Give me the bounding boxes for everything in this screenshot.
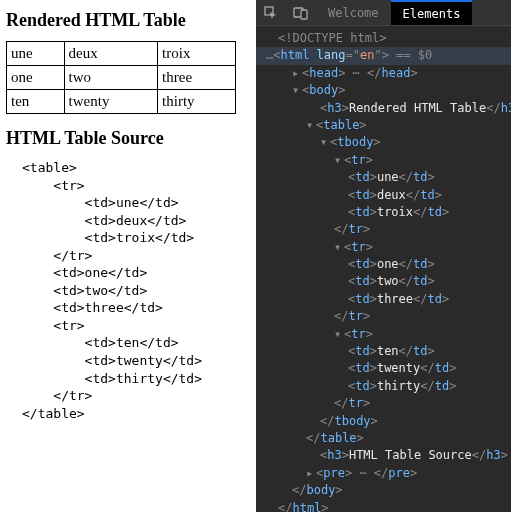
table-cell: ten: [7, 90, 65, 114]
td-node[interactable]: <td>one</td>: [256, 256, 511, 273]
html-node[interactable]: …<html lang="en"> == $0: [256, 47, 511, 64]
tr-node[interactable]: ▾<tr>: [256, 152, 511, 169]
devtools-pane: Welcome Elements <!DOCTYPE html> …<html …: [256, 0, 511, 512]
rendered-table: une deux troix one two three ten twenty …: [6, 41, 236, 114]
tbody-node[interactable]: ▾<tbody>: [256, 134, 511, 151]
tbody-close[interactable]: </tbody>: [256, 413, 511, 430]
td-node[interactable]: <td>three</td>: [256, 291, 511, 308]
body-node[interactable]: ▾<body>: [256, 82, 511, 99]
tr-close[interactable]: </tr>: [256, 221, 511, 238]
table-cell: twenty: [64, 90, 158, 114]
tr-close[interactable]: </tr>: [256, 395, 511, 412]
table-cell: one: [7, 66, 65, 90]
heading-rendered-table: Rendered HTML Table: [6, 10, 250, 31]
table-cell: deux: [64, 42, 158, 66]
td-node[interactable]: <td>twenty</td>: [256, 360, 511, 377]
td-node[interactable]: <td>deux</td>: [256, 187, 511, 204]
inspect-element-icon[interactable]: [256, 0, 286, 25]
table-cell: une: [7, 42, 65, 66]
td-node[interactable]: <td>ten</td>: [256, 343, 511, 360]
td-node[interactable]: <td>une</td>: [256, 169, 511, 186]
table-cell: troix: [158, 42, 236, 66]
td-node[interactable]: <td>two</td>: [256, 273, 511, 290]
source-code-block: <table> <tr> <td>une</td> <td>deux</td> …: [6, 159, 250, 422]
table-node[interactable]: ▾<table>: [256, 117, 511, 134]
td-node[interactable]: <td>troix</td>: [256, 204, 511, 221]
tr-node[interactable]: ▾<tr>: [256, 239, 511, 256]
table-close[interactable]: </table>: [256, 430, 511, 447]
pre-node[interactable]: ▸<pre> ⋯ </pre>: [256, 465, 511, 482]
tr-node[interactable]: ▾<tr>: [256, 326, 511, 343]
devtools-dom-tree[interactable]: <!DOCTYPE html> …<html lang="en"> == $0 …: [256, 26, 511, 512]
heading-table-source: HTML Table Source: [6, 128, 250, 149]
html-close[interactable]: </html>: [256, 500, 511, 512]
device-toggle-icon[interactable]: [286, 0, 316, 25]
svg-rect-2: [301, 10, 307, 19]
doctype-node[interactable]: <!DOCTYPE html>: [278, 31, 386, 45]
h3-node[interactable]: <h3>HTML Table Source</h3>: [256, 447, 511, 464]
devtools-toolbar: Welcome Elements: [256, 0, 511, 26]
table-cell: two: [64, 66, 158, 90]
tab-welcome[interactable]: Welcome: [316, 0, 391, 25]
td-node[interactable]: <td>thirty</td>: [256, 378, 511, 395]
h3-node[interactable]: <h3>Rendered HTML Table</h3>: [256, 100, 511, 117]
tr-close[interactable]: </tr>: [256, 308, 511, 325]
table-row: ten twenty thirty: [7, 90, 236, 114]
table-cell: three: [158, 66, 236, 90]
table-row: une deux troix: [7, 42, 236, 66]
table-cell: thirty: [158, 90, 236, 114]
rendered-pane: Rendered HTML Table une deux troix one t…: [0, 0, 256, 512]
head-node[interactable]: ▸<head> ⋯ </head>: [256, 65, 511, 82]
body-close[interactable]: </body>: [256, 482, 511, 499]
tab-elements[interactable]: Elements: [391, 0, 473, 25]
table-row: one two three: [7, 66, 236, 90]
